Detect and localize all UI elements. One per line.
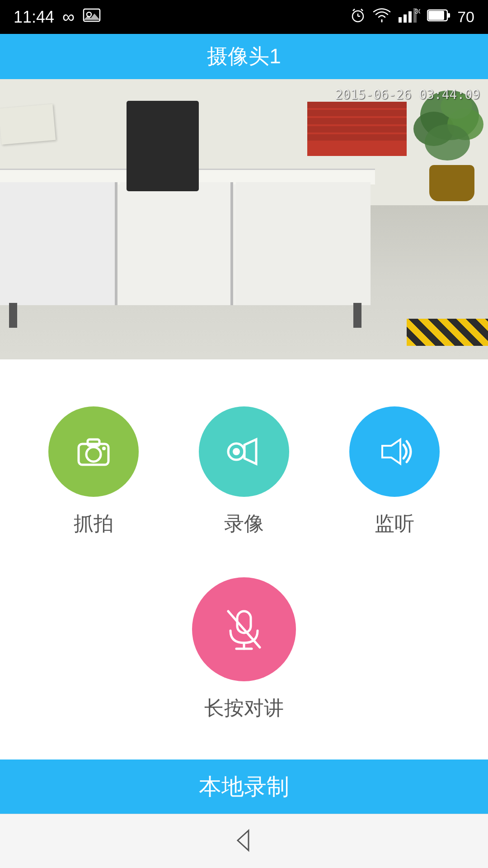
battery-icon	[427, 9, 450, 26]
capture-button[interactable]	[48, 406, 139, 497]
listen-action[interactable]: 监听	[349, 406, 440, 537]
back-button[interactable]	[230, 827, 258, 856]
svg-line-6	[361, 9, 363, 11]
local-record-label: 本地录制	[199, 772, 289, 802]
camera-timestamp: 2015-06-26 03:44:09	[335, 87, 480, 102]
intercom-button[interactable]	[192, 577, 296, 681]
svg-text:3G: 3G	[415, 8, 420, 15]
svg-point-21	[86, 447, 101, 462]
capture-label: 抓拍	[74, 510, 113, 537]
top-bar: 摄像头1	[0, 34, 488, 79]
listen-button[interactable]	[349, 406, 440, 497]
svg-rect-7	[399, 17, 402, 23]
wifi-icon	[373, 7, 391, 27]
intercom-row: 长按对讲	[18, 577, 470, 722]
nav-bar	[0, 814, 488, 868]
intercom-label: 长按对讲	[204, 695, 284, 722]
record-label: 录像	[224, 510, 264, 537]
svg-rect-14	[447, 13, 450, 18]
infinity-icon: ∞	[62, 7, 75, 27]
svg-rect-13	[428, 11, 444, 20]
record-button[interactable]	[199, 406, 289, 497]
status-bar: 11:44 ∞	[0, 0, 488, 34]
battery-level: 70	[457, 8, 474, 26]
camera-feed: 2015-06-26 03:44:09	[0, 79, 488, 359]
top-buttons-row: 抓拍 录像 监听	[18, 406, 470, 537]
controls-section: 抓拍 录像 监听	[0, 359, 488, 760]
svg-point-23	[102, 447, 106, 450]
capture-action[interactable]: 抓拍	[48, 406, 139, 537]
time-display: 11:44	[14, 8, 54, 27]
record-action[interactable]: 录像	[199, 406, 289, 537]
svg-point-18	[425, 124, 470, 160]
local-record-bar[interactable]: 本地录制	[0, 760, 488, 814]
alarm-icon	[350, 7, 366, 27]
svg-marker-31	[238, 830, 249, 850]
svg-line-5	[353, 9, 355, 11]
page-title: 摄像头1	[207, 42, 281, 71]
svg-rect-8	[404, 14, 407, 23]
svg-rect-22	[88, 439, 99, 446]
intercom-action[interactable]: 长按对讲	[192, 577, 296, 722]
svg-point-25	[233, 448, 240, 455]
svg-rect-9	[408, 11, 412, 23]
image-icon	[83, 7, 101, 27]
listen-label: 监听	[375, 510, 414, 537]
svg-marker-26	[382, 439, 400, 464]
signal-icon: 3G	[398, 7, 420, 27]
